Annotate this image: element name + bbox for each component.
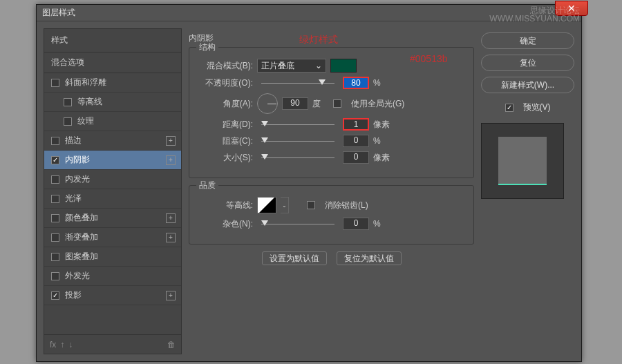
- annotation-green-style: 绿灯样式: [299, 34, 338, 46]
- add-icon[interactable]: +: [166, 291, 176, 300]
- watermark: 思缘设计论坛 WWW.MISSYUAN.COM: [489, 6, 580, 23]
- size-label: 大小(S):: [199, 152, 253, 164]
- distance-label: 距离(D):: [199, 119, 253, 131]
- antialias-checkbox[interactable]: [307, 201, 315, 209]
- style-item-label: 纹理: [77, 115, 94, 127]
- opacity-label: 不透明度(O):: [199, 77, 253, 89]
- blend-options-header[interactable]: 混合选项: [44, 52, 181, 73]
- style-checkbox[interactable]: [51, 253, 59, 261]
- right-panel: 确定 复位 新建样式(W)... 预览(V): [481, 28, 574, 354]
- add-icon[interactable]: +: [166, 213, 176, 223]
- opacity-slider[interactable]: [261, 78, 334, 88]
- style-item-2[interactable]: 纹理: [44, 112, 181, 131]
- angle-dial[interactable]: [257, 93, 278, 114]
- preview-swatch: [498, 137, 547, 185]
- style-item-label: 渐变叠加: [65, 231, 98, 243]
- size-input[interactable]: 0: [343, 151, 369, 164]
- ok-button[interactable]: 确定: [481, 32, 574, 49]
- style-item-label: 内阴影: [65, 154, 90, 166]
- global-light-label: 使用全局光(G): [351, 98, 404, 110]
- center-panel: 内阴影 绿灯样式 #00513b 结构 混合模式(B): 正片叠底⌄ 不透明度(…: [189, 28, 474, 354]
- distance-input[interactable]: 1: [343, 118, 369, 131]
- style-item-1[interactable]: 等高线: [44, 93, 181, 112]
- style-item-5[interactable]: 内发光: [44, 170, 181, 189]
- reset-button[interactable]: 复位: [481, 55, 574, 71]
- blend-mode-dropdown[interactable]: 正片叠底⌄: [257, 59, 326, 73]
- style-item-label: 投影: [65, 289, 82, 301]
- reset-default-button[interactable]: 复位为默认值: [337, 251, 402, 265]
- choke-slider[interactable]: [261, 136, 334, 146]
- style-checkbox[interactable]: [51, 156, 59, 164]
- style-checkbox[interactable]: [51, 79, 59, 87]
- distance-slider[interactable]: [261, 119, 334, 129]
- style-checkbox[interactable]: [51, 272, 59, 280]
- style-item-3[interactable]: 描边+: [44, 131, 181, 151]
- style-item-8[interactable]: 渐变叠加+: [44, 228, 181, 247]
- layer-style-dialog: 图层样式 ✕ 思缘设计论坛 WWW.MISSYUAN.COM 样式 混合选项 斜…: [36, 4, 582, 362]
- preview-box: [481, 123, 564, 199]
- style-checkbox[interactable]: [64, 98, 72, 106]
- arrow-up-icon[interactable]: ↑: [60, 340, 64, 349]
- style-item-7[interactable]: 颜色叠加+: [44, 209, 181, 228]
- fx-icon[interactable]: fx: [50, 340, 56, 349]
- style-item-label: 图案叠加: [65, 251, 98, 262]
- style-item-0[interactable]: 斜面和浮雕: [44, 73, 181, 93]
- chevron-down-icon: ⌄: [315, 61, 322, 70]
- style-item-4[interactable]: 内阴影+: [44, 151, 181, 170]
- style-checkbox[interactable]: [51, 137, 59, 145]
- structure-label: 结构: [196, 41, 218, 53]
- contour-label: 等高线:: [199, 200, 253, 211]
- contour-picker[interactable]: [257, 197, 276, 213]
- blend-mode-label: 混合模式(B):: [199, 60, 253, 72]
- opacity-input[interactable]: 80: [343, 77, 369, 89]
- sidebar-footer: fx ↑ ↓ 🗑: [44, 334, 181, 354]
- style-checkbox[interactable]: [51, 214, 59, 222]
- arrow-down-icon[interactable]: ↓: [68, 340, 73, 349]
- antialias-label: 消除锯齿(L): [325, 200, 368, 211]
- style-item-6[interactable]: 光泽: [44, 189, 181, 209]
- quality-label: 品质: [196, 180, 218, 191]
- structure-group: 结构 混合模式(B): 正片叠底⌄ 不透明度(O): 80 % 角度(A):: [189, 47, 474, 178]
- add-icon[interactable]: +: [166, 233, 176, 242]
- style-item-label: 光泽: [65, 193, 82, 204]
- style-item-label: 颜色叠加: [65, 212, 98, 224]
- color-swatch[interactable]: [330, 59, 357, 73]
- quality-group: 品质 等高线: ⌄ 消除锯齿(L) 杂色(N): 0 %: [189, 185, 474, 245]
- style-checkbox[interactable]: [51, 175, 59, 184]
- style-item-label: 外发光: [65, 270, 90, 282]
- add-icon[interactable]: +: [166, 155, 176, 165]
- style-item-label: 等高线: [77, 96, 102, 108]
- style-item-label: 斜面和浮雕: [65, 77, 106, 88]
- size-slider[interactable]: [261, 153, 334, 162]
- preview-label: 预览(V): [523, 102, 551, 113]
- style-item-label: 内发光: [65, 173, 90, 185]
- new-style-button[interactable]: 新建样式(W)...: [481, 77, 574, 93]
- choke-input[interactable]: 0: [343, 135, 369, 147]
- contour-dropdown[interactable]: ⌄: [281, 197, 289, 213]
- style-checkbox[interactable]: [64, 117, 72, 126]
- preview-checkbox[interactable]: [505, 104, 513, 112]
- angle-input[interactable]: 90: [282, 97, 308, 110]
- style-checkbox[interactable]: [51, 291, 59, 300]
- style-checkbox[interactable]: [51, 195, 59, 203]
- set-default-button[interactable]: 设置为默认值: [262, 251, 327, 265]
- style-item-10[interactable]: 外发光: [44, 267, 181, 286]
- choke-label: 阻塞(C):: [199, 135, 253, 147]
- style-checkbox[interactable]: [51, 233, 59, 242]
- noise-label: 杂色(N):: [199, 218, 253, 230]
- style-item-label: 描边: [65, 135, 82, 146]
- trash-icon[interactable]: 🗑: [167, 340, 176, 349]
- style-item-9[interactable]: 图案叠加: [44, 247, 181, 267]
- add-icon[interactable]: +: [166, 136, 176, 146]
- window-title: 图层样式: [42, 7, 75, 19]
- style-item-11[interactable]: 投影+: [44, 286, 181, 305]
- styles-sidebar: 样式 混合选项 斜面和浮雕等高线纹理描边+内阴影+内发光光泽颜色叠加+渐变叠加+…: [44, 28, 182, 354]
- global-light-checkbox[interactable]: [333, 99, 341, 108]
- noise-slider[interactable]: [261, 219, 334, 229]
- angle-label: 角度(A):: [199, 98, 253, 110]
- styles-header[interactable]: 样式: [44, 29, 181, 52]
- noise-input[interactable]: 0: [343, 218, 369, 230]
